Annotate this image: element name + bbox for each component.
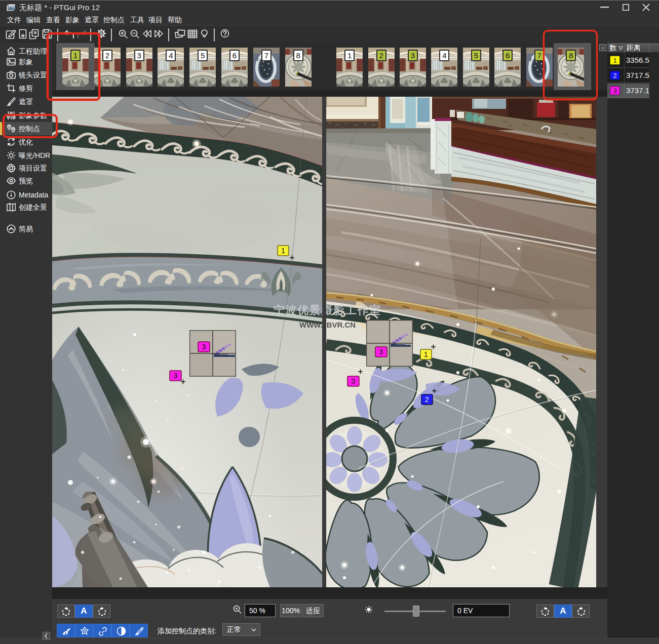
svg-text:3: 3 (352, 377, 356, 385)
svg-text:1: 1 (424, 350, 428, 358)
svg-text:1: 1 (281, 247, 285, 255)
svg-text:WWW.NBVR.CN: WWW.NBVR.CN (299, 320, 322, 329)
svg-text:宁波优景摄影工作室: 宁波优景摄影工作室 (326, 304, 381, 316)
svg-text:3: 3 (379, 348, 383, 356)
svg-text:WWW.NBVR.CN: WWW.NBVR.CN (326, 320, 356, 329)
svg-text:3: 3 (174, 372, 178, 380)
svg-text:宁波优景摄影工作室: 宁波优景摄影工作室 (274, 304, 322, 316)
svg-text:3: 3 (202, 343, 206, 351)
svg-text:2: 2 (425, 395, 429, 404)
